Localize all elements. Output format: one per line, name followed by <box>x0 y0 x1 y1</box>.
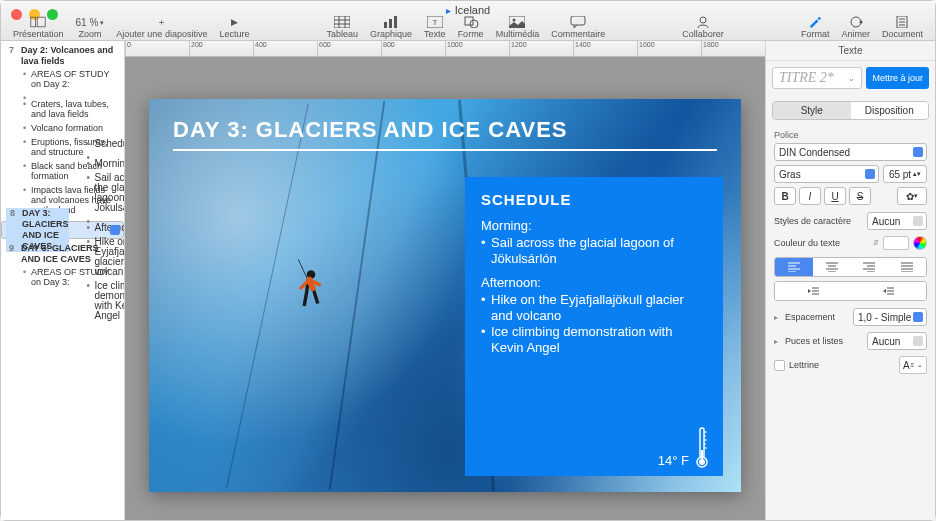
slide[interactable]: DAY 3: GLACIERS AND ICE CAVES SCHEDULE M… <box>149 99 741 492</box>
view-button[interactable]: Présentation <box>7 16 70 40</box>
svg-rect-8 <box>389 19 392 28</box>
italic-button[interactable]: I <box>799 187 821 205</box>
dropcap-style-select[interactable]: A≡⌄ <box>899 356 927 374</box>
schedule-heading: SCHEDULE <box>481 191 707 208</box>
svg-point-17 <box>700 17 706 23</box>
shape-button[interactable]: Forme <box>452 16 490 40</box>
outline-item[interactable]: AREAS OF STUDY on Day 2: <box>23 67 120 91</box>
chevron-down-icon: ⌄ <box>848 74 855 83</box>
outline-item[interactable]: Morning: <box>87 157 126 171</box>
outline-item[interactable]: Volcano formation <box>23 121 120 135</box>
spacing-select[interactable]: 1,0 - Simple <box>853 308 927 326</box>
spacing-row: ▸ Espacement 1,0 - Simple <box>766 305 935 329</box>
slide-title[interactable]: DAY 3: GLACIERS AND ICE CAVES <box>173 117 717 151</box>
format-button[interactable]: Format <box>795 16 836 40</box>
schedule-box[interactable]: SCHEDULE Morning: Sail across the glacia… <box>465 177 723 476</box>
outline-item[interactable]: AREAS OF STUDY on Day 3: <box>23 265 120 289</box>
paragraph-style-row: TITRE 2* ⌄ Mettre à jour <box>766 61 935 95</box>
morning-label: Morning: <box>481 218 707 233</box>
paragraph-style-select[interactable]: TITRE 2* ⌄ <box>772 67 862 89</box>
svg-rect-1 <box>37 17 45 27</box>
chevron-updown-icon[interactable]: ⇵ <box>873 239 879 247</box>
outline-item[interactable]: Sail across the glacial lagoon of Jökuls… <box>87 171 126 215</box>
text-color-swatch[interactable] <box>883 236 909 250</box>
bold-button[interactable]: B <box>774 187 796 205</box>
temperature: 14° F <box>658 426 709 468</box>
disclosure-spacing[interactable]: ▸ <box>774 313 778 322</box>
outdent-button[interactable] <box>775 282 851 300</box>
svg-point-13 <box>470 20 478 28</box>
ruler-horizontal: 020040060080010001200140016001800 <box>125 41 765 57</box>
svg-point-18 <box>859 21 862 24</box>
bullets-select[interactable]: Aucun <box>867 332 927 350</box>
outline-item[interactable]: Schedule <box>87 137 126 151</box>
document-icon <box>894 16 910 28</box>
color-wheel-button[interactable] <box>913 236 927 250</box>
svg-rect-2 <box>334 16 350 28</box>
outline-item[interactable]: Craters, lava tubes, and lava fields <box>23 97 120 121</box>
app-window: ▸ Iceland Présentation 61 %▾ Zoom ＋ Ajou… <box>0 0 936 521</box>
schedule-item: Hike on the Eyjafjallajökull glacier and… <box>481 292 707 324</box>
canvas[interactable]: 020040060080010001200140016001800 DAY 3:… <box>125 41 765 520</box>
zoom-button[interactable]: 61 %▾ Zoom <box>70 17 111 40</box>
outline-slide-title[interactable]: 9DAY 3: GLACIERS AND ICE CAVES <box>5 243 120 265</box>
format-icon <box>807 16 823 28</box>
text-icon: T <box>427 16 443 28</box>
font-label: Police <box>774 130 927 140</box>
svg-rect-16 <box>571 16 585 25</box>
text-color-row: Couleur du texte ⇵ <box>766 233 935 253</box>
tab-layout[interactable]: Disposition <box>851 102 929 119</box>
animate-icon <box>848 16 864 28</box>
document-button[interactable]: Document <box>876 16 929 40</box>
indent-button[interactable] <box>851 282 927 300</box>
font-weight-select[interactable]: Gras <box>774 165 879 183</box>
align-justify-button[interactable] <box>888 258 926 276</box>
underline-button[interactable]: U <box>824 187 846 205</box>
chart-button[interactable]: Graphique <box>364 16 418 40</box>
svg-text:T: T <box>432 18 437 27</box>
font-family-select[interactable]: DIN Condensed <box>774 143 927 161</box>
advanced-font-button[interactable]: ✿▾ <box>897 187 927 205</box>
align-center-button[interactable] <box>813 258 851 276</box>
update-style-button[interactable]: Mettre à jour <box>866 67 929 89</box>
svg-rect-28 <box>701 450 703 460</box>
body: 7Day 2: Volcanoes and lava fieldsAREAS O… <box>1 41 935 520</box>
inspector-panel: Texte TITRE 2* ⌄ Mettre à jour Style Dis… <box>765 41 935 520</box>
table-button[interactable]: Tableau <box>321 16 365 40</box>
svg-rect-9 <box>394 16 397 28</box>
play-button[interactable]: ▶ Lecture <box>213 16 255 40</box>
svg-rect-7 <box>384 22 387 28</box>
char-styles-select[interactable]: Aucun <box>867 212 927 230</box>
chart-icon <box>383 16 399 28</box>
text-align-group <box>774 257 927 277</box>
media-button[interactable]: Multimédia <box>490 16 546 40</box>
titlebar: ▸ Iceland Présentation 61 %▾ Zoom ＋ Ajou… <box>1 1 935 41</box>
zoom-value: 61 %▾ <box>76 17 105 28</box>
climber-figure <box>294 259 328 319</box>
comment-button[interactable]: Commentaire <box>545 16 611 40</box>
animate-button[interactable]: Animer <box>835 16 876 40</box>
collaborate-button[interactable]: Collaborer <box>676 16 730 40</box>
play-icon: ▶ <box>226 16 242 28</box>
outline-sidebar[interactable]: 7Day 2: Volcanoes and lava fieldsAREAS O… <box>1 41 125 520</box>
outline-item[interactable]: Afternoon: <box>87 221 126 235</box>
outline-slide-title[interactable]: 7Day 2: Volcanoes and lava fields <box>5 45 120 67</box>
align-left-button[interactable] <box>775 258 813 276</box>
bullets-row: ▸ Puces et listes Aucun <box>766 329 935 353</box>
tab-style[interactable]: Style <box>773 102 851 119</box>
text-button[interactable]: T Texte <box>418 16 452 40</box>
outline-group[interactable]: 8DAY 3: GLACIERS AND ICE CAVESScheduleMo… <box>1 221 124 239</box>
disclosure-bullets[interactable]: ▸ <box>774 337 778 346</box>
add-slide-button[interactable]: ＋ Ajouter une diapositive <box>110 16 213 40</box>
strike-button[interactable]: S <box>849 187 871 205</box>
comment-icon <box>570 16 586 28</box>
view-icon <box>30 16 46 28</box>
morning-list: Sail across the glacial lagoon of Jökuls… <box>481 235 707 267</box>
font-size-field[interactable]: 65 pt▴▾ <box>883 165 927 183</box>
dropcap-checkbox[interactable] <box>774 360 785 371</box>
char-styles-row: Styles de caractère Aucun <box>766 209 935 233</box>
table-icon <box>334 16 350 28</box>
align-right-button[interactable] <box>851 258 889 276</box>
afternoon-list: Hike on the Eyjafjallajökull glacier and… <box>481 292 707 356</box>
outline-group[interactable]: 9DAY 3: GLACIERS AND ICE CAVESAREAS OF S… <box>1 239 124 293</box>
